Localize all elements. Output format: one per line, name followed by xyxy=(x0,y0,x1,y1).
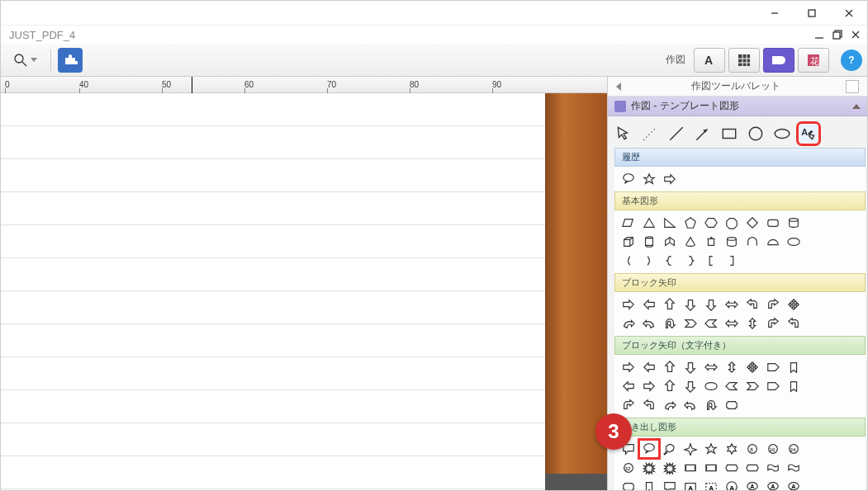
line-tool[interactable] xyxy=(667,125,685,143)
close-window-button[interactable] xyxy=(830,1,867,26)
shape-circA[interactable]: A xyxy=(723,479,741,490)
shape-arrL[interactable] xyxy=(619,378,638,394)
shape-burst[interactable] xyxy=(661,460,679,476)
shape-arrUturn[interactable] xyxy=(661,315,679,332)
shape-star4[interactable] xyxy=(681,441,700,457)
shape-bookmark[interactable] xyxy=(640,479,658,490)
shape-triangle[interactable] xyxy=(640,215,658,231)
shape-parallelogram[interactable] xyxy=(619,215,638,231)
shape-wave[interactable] xyxy=(764,460,782,476)
shape-lbrace[interactable] xyxy=(661,253,679,269)
shape-arrCurveL[interactable] xyxy=(681,397,700,413)
shape-cylinder[interactable] xyxy=(785,215,803,231)
shape-arrL[interactable] xyxy=(640,296,658,313)
shape-chevR[interactable] xyxy=(681,315,700,332)
collapse-panel-icon[interactable] xyxy=(616,83,621,91)
rectangle-tool[interactable] xyxy=(720,125,738,143)
doc-minimize-icon[interactable] xyxy=(814,30,824,40)
shape-arrCurveR[interactable] xyxy=(661,397,679,413)
shape-arrCurveR[interactable] xyxy=(619,315,638,332)
section-header-callout[interactable]: 吹き出し図形 xyxy=(614,418,866,437)
arrow-tool[interactable] xyxy=(694,125,712,143)
doc-close-icon[interactable] xyxy=(851,30,861,40)
text-tool-button[interactable]: A xyxy=(694,48,725,73)
maximize-window-button[interactable] xyxy=(793,1,830,26)
shape-arrLR[interactable] xyxy=(702,359,720,375)
shape-ellipse[interactable] xyxy=(702,378,720,394)
shape-seal8[interactable]: 8 xyxy=(743,441,761,457)
shapes-tool-button[interactable] xyxy=(763,48,794,73)
doc-restore-icon[interactable] xyxy=(832,30,842,40)
shape-plaque[interactable] xyxy=(723,397,741,413)
shape-arrR[interactable] xyxy=(619,296,638,313)
shape-seal32[interactable]: 32 xyxy=(619,460,638,476)
shape-arrBendL[interactable] xyxy=(785,315,803,332)
shape-seal24[interactable]: 24 xyxy=(785,441,803,457)
shape-arrBendR[interactable] xyxy=(619,397,638,413)
shape-arrD[interactable] xyxy=(681,359,700,375)
shape-chevR[interactable] xyxy=(743,378,761,394)
shape-star6[interactable] xyxy=(723,441,741,457)
shape-pentR[interactable] xyxy=(764,378,782,394)
shape-wave[interactable] xyxy=(785,460,803,476)
section-header-block-arrow-text[interactable]: ブロック矢印（文字付き） xyxy=(614,336,866,355)
shape-boxAdash[interactable]: A xyxy=(702,479,720,490)
shape-chevL[interactable] xyxy=(702,315,720,332)
section-header-basic[interactable]: 基本図形 xyxy=(614,191,866,210)
shape-arrCurveL[interactable] xyxy=(640,315,658,332)
shape-callCloud[interactable] xyxy=(661,441,679,457)
pointer-tool[interactable] xyxy=(614,125,633,143)
palette-subheader[interactable]: 作図 - テンプレート図形 xyxy=(608,97,867,116)
shape-rbracket[interactable] xyxy=(723,253,741,269)
shape-trash[interactable] xyxy=(702,234,720,250)
shape-arr4[interactable] xyxy=(743,359,761,375)
grid-tool-button[interactable] xyxy=(728,48,760,73)
shape-cylinder[interactable] xyxy=(723,234,741,250)
circle-tool[interactable] xyxy=(747,125,765,143)
shape-rparen[interactable] xyxy=(640,253,658,269)
shape-cone[interactable] xyxy=(681,234,700,250)
shape-arrUD[interactable] xyxy=(743,315,761,332)
shape-rtriangle[interactable] xyxy=(661,215,679,231)
shape-bookmark[interactable] xyxy=(785,359,803,375)
shape-arrow-right[interactable] xyxy=(661,171,679,187)
shape-arrUD[interactable] xyxy=(723,359,741,375)
shape-can[interactable] xyxy=(640,234,658,250)
shape-arrR[interactable] xyxy=(640,378,658,394)
shape-lbracket[interactable] xyxy=(702,253,720,269)
shape-arr4[interactable] xyxy=(785,296,803,313)
shape-cube[interactable] xyxy=(619,234,638,250)
shape-callRound[interactable] xyxy=(640,441,658,457)
shape-callRect[interactable] xyxy=(661,479,679,490)
shape-roundrect[interactable] xyxy=(764,215,782,231)
shape-arrL[interactable] xyxy=(640,359,658,375)
shape-arrD[interactable] xyxy=(681,378,700,394)
dotted-line-tool[interactable] xyxy=(641,125,659,143)
shape-arrUturn[interactable] xyxy=(702,397,720,413)
minimize-window-button[interactable] xyxy=(756,1,793,26)
shape-arrR[interactable] xyxy=(619,359,638,375)
shape-lparen[interactable] xyxy=(619,253,638,269)
section-header-block-arrow[interactable]: ブロック矢印 xyxy=(614,273,866,292)
shape-ribbon[interactable] xyxy=(743,460,761,476)
shape-ellipse[interactable] xyxy=(785,234,803,250)
palette-menu-icon[interactable] xyxy=(846,80,859,93)
zoom-dropdown[interactable] xyxy=(6,49,44,72)
shape-banner[interactable] xyxy=(702,460,720,476)
shape-diamond[interactable] xyxy=(743,215,761,231)
shape-rbrace[interactable] xyxy=(681,253,700,269)
shape-star5[interactable] xyxy=(702,441,720,457)
shape-arrU[interactable] xyxy=(661,378,679,394)
shape-halfcircle[interactable] xyxy=(764,234,782,250)
shape-seal16[interactable]: 16 xyxy=(764,441,782,457)
shape-bookmark[interactable] xyxy=(785,378,803,394)
shape-pentR[interactable] xyxy=(764,359,782,375)
document-page[interactable] xyxy=(1,93,607,490)
shape-arrBendR[interactable] xyxy=(764,296,782,313)
plugin-button[interactable] xyxy=(58,48,83,73)
shape-prism[interactable] xyxy=(661,234,679,250)
shape-pentagon[interactable] xyxy=(681,215,700,231)
shape-boxA[interactable]: A xyxy=(681,479,700,490)
shape-ribbon[interactable] xyxy=(723,460,741,476)
flower-tool-button[interactable]: 花 xyxy=(798,48,829,73)
